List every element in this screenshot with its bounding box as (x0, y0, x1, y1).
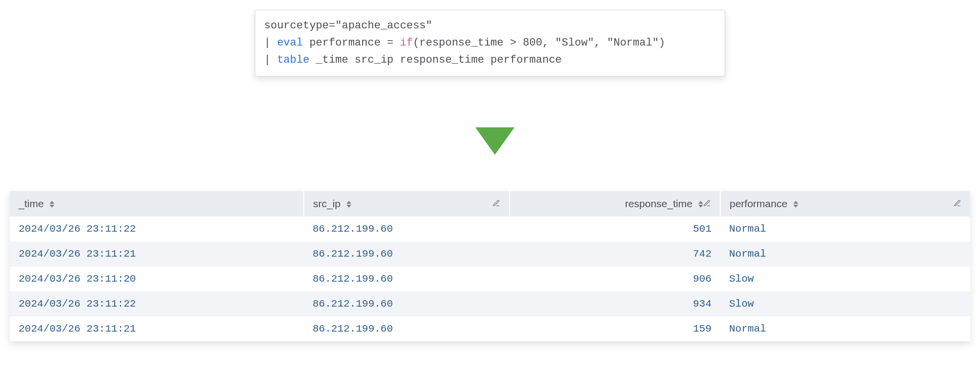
table-row[interactable]: 2024/03/26 23:11:2186.212.199.60159Norma… (10, 316, 970, 341)
cell-src-ip[interactable]: 86.212.199.60 (304, 316, 510, 341)
table-header-row: _time src_ip response_time (10, 191, 970, 216)
pencil-icon[interactable] (954, 198, 961, 210)
spl-query-editor[interactable]: sourcetype="apache_access" | eval perfor… (255, 10, 725, 76)
cell-time[interactable]: 2024/03/26 23:11:22 (10, 216, 304, 241)
pencil-icon[interactable] (492, 198, 500, 210)
table-row[interactable]: 2024/03/26 23:11:2286.212.199.60501Norma… (10, 216, 970, 241)
sort-icon[interactable] (698, 201, 703, 208)
cell-performance[interactable]: Normal (720, 241, 970, 266)
cell-src-ip[interactable]: 86.212.199.60 (304, 266, 510, 291)
cell-performance[interactable]: Normal (720, 316, 970, 341)
column-label: response_time (625, 198, 692, 209)
column-header-performance[interactable]: performance (720, 191, 970, 216)
query-line-2: | eval performance = if(response_time > … (264, 34, 716, 51)
cell-src-ip[interactable]: 86.212.199.60 (304, 216, 510, 241)
sort-icon[interactable] (793, 201, 798, 208)
column-label: src_ip (313, 198, 341, 209)
cell-src-ip[interactable]: 86.212.199.60 (304, 291, 510, 316)
query-line-3: | table _time src_ip response_time perfo… (264, 51, 716, 69)
cell-performance[interactable]: Normal (720, 216, 970, 241)
column-header-src-ip[interactable]: src_ip (304, 191, 510, 216)
column-label: _time (19, 198, 44, 209)
cell-time[interactable]: 2024/03/26 23:11:20 (10, 266, 304, 291)
cell-time[interactable]: 2024/03/26 23:11:22 (10, 291, 304, 316)
cell-response-time[interactable]: 501 (510, 216, 720, 241)
sort-icon[interactable] (49, 201, 54, 208)
cell-performance[interactable]: Slow (720, 291, 970, 316)
cell-response-time[interactable]: 906 (510, 266, 720, 291)
column-header-response-time[interactable]: response_time (510, 191, 720, 216)
column-label: performance (730, 198, 787, 209)
arrow-down-icon (475, 127, 514, 155)
results-table-container: _time src_ip response_time (10, 191, 970, 341)
cell-response-time[interactable]: 159 (510, 316, 720, 341)
cell-src-ip[interactable]: 86.212.199.60 (304, 241, 510, 266)
sort-icon[interactable] (346, 201, 351, 208)
table-row[interactable]: 2024/03/26 23:11:2186.212.199.60742Norma… (10, 241, 970, 266)
column-header-time[interactable]: _time (10, 191, 304, 216)
cell-time[interactable]: 2024/03/26 23:11:21 (10, 241, 304, 266)
cell-time[interactable]: 2024/03/26 23:11:21 (10, 316, 304, 341)
cell-response-time[interactable]: 934 (510, 291, 720, 316)
query-line-1: sourcetype="apache_access" (264, 17, 716, 34)
cell-performance[interactable]: Slow (720, 266, 970, 291)
table-row[interactable]: 2024/03/26 23:11:2286.212.199.60934Slow (10, 291, 970, 316)
cell-response-time[interactable]: 742 (510, 241, 720, 266)
pencil-icon[interactable] (703, 198, 711, 210)
results-table: _time src_ip response_time (10, 191, 970, 341)
table-row[interactable]: 2024/03/26 23:11:2086.212.199.60906Slow (10, 266, 970, 291)
